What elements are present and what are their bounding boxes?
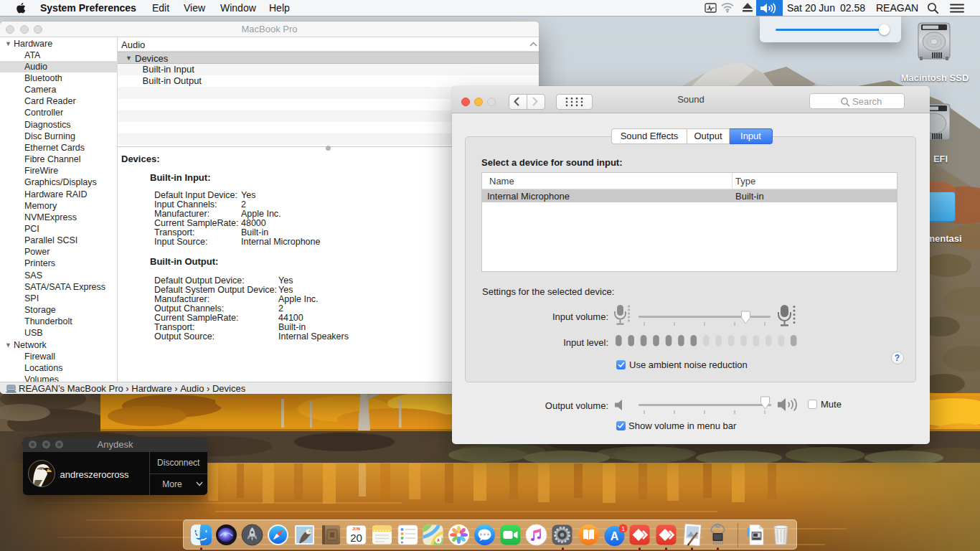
svg-text:A: A bbox=[610, 530, 618, 542]
svg-text:JUN: JUN bbox=[352, 527, 360, 531]
svg-text:1: 1 bbox=[621, 525, 625, 532]
svg-text:20: 20 bbox=[350, 532, 362, 544]
